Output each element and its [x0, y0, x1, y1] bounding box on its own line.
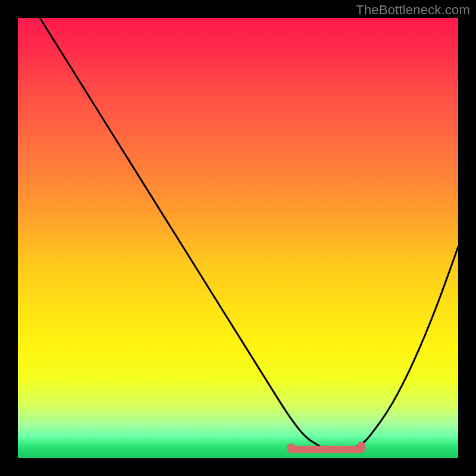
- trough-marker-start: [287, 443, 295, 452]
- bottleneck-chart: TheBottleneck.com: [0, 0, 476, 476]
- chart-overlay: [18, 18, 458, 458]
- bottleneck-curve: [40, 18, 458, 449]
- watermark-text: TheBottleneck.com: [356, 2, 470, 18]
- trough-marker-end: [357, 441, 365, 450]
